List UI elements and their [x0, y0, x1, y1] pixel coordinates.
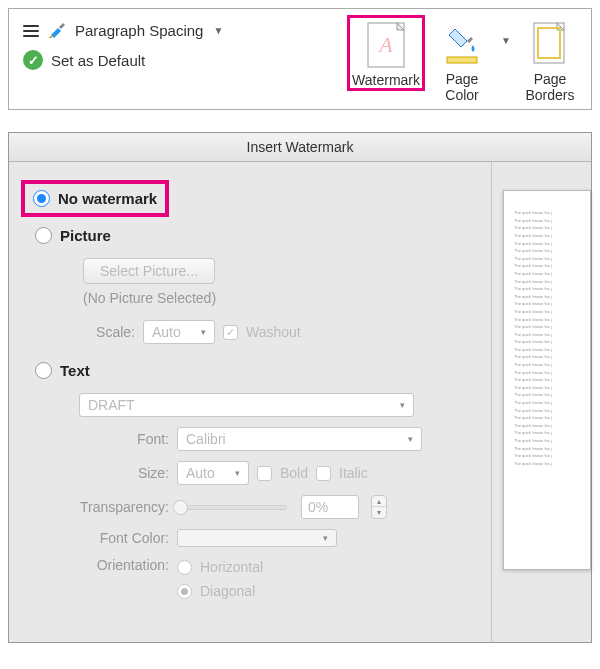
stepper-up-icon[interactable]: ▴ [372, 496, 386, 507]
check-circle-icon: ✓ [23, 50, 43, 70]
font-color-label: Font Color: [59, 530, 169, 546]
insert-watermark-dialog: Insert Watermark No watermark Picture Se… [8, 132, 592, 643]
paragraph-spacing-button[interactable]: Paragraph Spacing ▼ [23, 21, 335, 40]
font-combo[interactable]: Calibri ▾ [177, 427, 422, 451]
text-radio[interactable] [35, 362, 52, 379]
watermark-button[interactable]: A Watermark [347, 15, 425, 91]
transparency-stepper[interactable]: ▴ ▾ [371, 495, 387, 519]
text-options-group: DRAFT ▾ Font: Calibri ▾ Size: Auto ▾ [59, 393, 477, 599]
page-color-button[interactable]: Page Color [431, 15, 493, 105]
dialog-title: Insert Watermark [9, 133, 591, 162]
size-combo[interactable]: Auto ▾ [177, 461, 249, 485]
size-value: Auto [186, 465, 226, 481]
select-picture-button[interactable]: Select Picture... [83, 258, 215, 284]
dialog-body: No watermark Picture Select Picture... (… [9, 162, 591, 642]
font-color-combo[interactable]: ▾ [177, 529, 337, 547]
italic-label: Italic [339, 465, 368, 481]
watermark-label: Watermark [352, 72, 420, 88]
font-label: Font: [59, 431, 169, 447]
preview-pane: The quick brown fox j The quick brown fo… [491, 162, 591, 642]
text-option[interactable]: Text [35, 362, 477, 379]
transparency-value: 0% [302, 496, 358, 518]
no-watermark-option[interactable]: No watermark [21, 180, 169, 217]
brush-icon [49, 22, 67, 41]
ribbon-left-group: Paragraph Spacing ▼ ✓ Set as Default [19, 15, 339, 105]
no-watermark-label: No watermark [58, 190, 157, 207]
dialog-form: No watermark Picture Select Picture... (… [9, 162, 491, 642]
size-label: Size: [59, 465, 169, 481]
text-label: Text [60, 362, 90, 379]
picture-option[interactable]: Picture [35, 227, 477, 244]
paragraph-spacing-icon [23, 25, 39, 37]
orientation-diagonal-option[interactable]: Diagonal [177, 583, 263, 599]
chevron-down-icon: ▾ [230, 468, 244, 478]
watermark-icon: A [365, 20, 407, 70]
picture-label: Picture [60, 227, 111, 244]
transparency-slider[interactable] [177, 505, 287, 510]
svg-rect-2 [447, 57, 477, 63]
transparency-label: Transparency: [59, 499, 169, 515]
set-default-label: Set as Default [51, 52, 145, 69]
no-watermark-radio[interactable] [33, 190, 50, 207]
page-preview: The quick brown fox j The quick brown fo… [503, 190, 591, 570]
page-borders-icon [529, 19, 571, 69]
stepper-down-icon[interactable]: ▾ [372, 507, 386, 518]
washout-label: Washout [246, 324, 301, 340]
watermark-text-value: DRAFT [88, 397, 391, 413]
ribbon-toolbar: Paragraph Spacing ▼ ✓ Set as Default A W… [8, 8, 592, 110]
paragraph-spacing-label: Paragraph Spacing [75, 22, 203, 39]
scale-label: Scale: [83, 324, 135, 340]
orientation-diagonal-radio[interactable] [177, 584, 192, 599]
dropdown-caret-icon: ▼ [213, 25, 223, 36]
page-borders-label: Page Borders [525, 71, 574, 103]
page-color-icon [441, 19, 483, 69]
chevron-down-icon: ▾ [395, 400, 409, 410]
set-default-button[interactable]: ✓ Set as Default [23, 50, 335, 70]
scale-combo[interactable]: Auto ▾ [143, 320, 215, 344]
watermark-text-combo[interactable]: DRAFT ▾ [79, 393, 414, 417]
washout-checkbox[interactable] [223, 325, 238, 340]
orientation-horizontal-label: Horizontal [200, 559, 263, 575]
scale-value: Auto [152, 324, 192, 340]
ribbon-right-group: A Watermark Page Color ▼ [347, 15, 581, 105]
orientation-label: Orientation: [59, 557, 169, 573]
transparency-value-field[interactable]: 0% [301, 495, 359, 519]
italic-checkbox[interactable] [316, 466, 331, 481]
page-color-label: Page Color [445, 71, 478, 103]
font-value: Calibri [186, 431, 399, 447]
bold-label: Bold [280, 465, 308, 481]
orientation-horizontal-option[interactable]: Horizontal [177, 559, 263, 575]
page-borders-button[interactable]: Page Borders [519, 15, 581, 105]
slider-knob[interactable] [173, 500, 188, 515]
orientation-horizontal-radio[interactable] [177, 560, 192, 575]
page-color-dropdown[interactable]: ▼ [499, 15, 513, 46]
svg-text:A: A [377, 32, 393, 57]
chevron-down-icon: ▾ [403, 434, 417, 444]
picture-status: (No Picture Selected) [83, 290, 477, 306]
picture-radio[interactable] [35, 227, 52, 244]
orientation-diagonal-label: Diagonal [200, 583, 255, 599]
chevron-down-icon: ▾ [318, 533, 332, 543]
bold-checkbox[interactable] [257, 466, 272, 481]
chevron-down-icon: ▾ [196, 327, 210, 337]
